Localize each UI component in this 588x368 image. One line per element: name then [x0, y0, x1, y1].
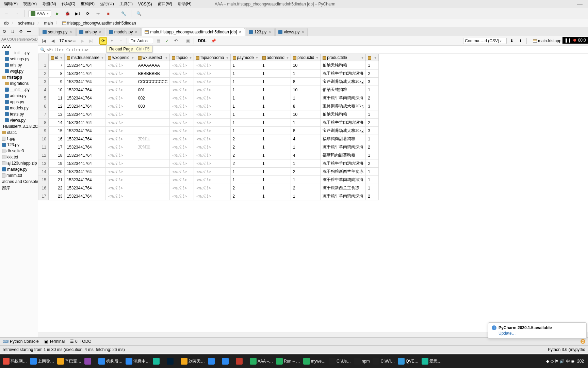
cell[interactable]: 冻干粮牛羊肉鸡肉深海 — [321, 70, 366, 78]
menu-run[interactable]: 运行(U) — [97, 0, 117, 7]
run-config-select[interactable]: AAA — [28, 10, 51, 17]
cell[interactable]: 支付宝 — [136, 135, 170, 143]
cell[interactable]: 14 — [49, 119, 65, 127]
cell[interactable]: 3 — [38, 78, 49, 86]
cell[interactable]: 1 — [291, 159, 320, 168]
tree-item[interactable]: wsgi.py — [0, 68, 38, 74]
cell[interactable]: 15323441764 — [65, 70, 106, 78]
menu-view[interactable]: 视图(V) — [20, 0, 39, 7]
table-row[interactable]: 172315323441764<null><null><null>211冻干粮牛… — [38, 192, 379, 200]
tree-item[interactable]: __init__.py — [0, 50, 38, 56]
cell[interactable] — [136, 168, 170, 176]
cell[interactable]: 1 — [230, 61, 260, 70]
cell[interactable]: 宝路训养场成犬粮20kg — [321, 102, 366, 110]
cell[interactable]: 1 — [230, 127, 260, 135]
todo-tab[interactable]: ☰ 6: TODO — [70, 339, 92, 344]
cell[interactable]: 16 — [38, 184, 49, 192]
sort-icon[interactable]: ▾ — [287, 55, 289, 60]
cell[interactable]: 15323441764 — [65, 143, 106, 151]
cell[interactable]: 7 — [38, 110, 49, 119]
cell[interactable]: 2 — [230, 151, 260, 159]
cell[interactable]: 支付宝 — [136, 143, 170, 151]
cell[interactable]: 11 — [49, 94, 65, 102]
debug-button[interactable]: 🐞 — [63, 10, 71, 18]
cell[interactable]: 15323441764 — [65, 78, 106, 86]
cell[interactable]: 6 — [38, 102, 49, 110]
cell[interactable]: 003 — [136, 102, 170, 110]
cell[interactable]: <null> — [170, 119, 194, 127]
cell[interactable]: 1 — [260, 192, 291, 200]
taskbar-item[interactable] — [165, 356, 179, 367]
cell[interactable]: <null> — [170, 192, 194, 200]
cell[interactable]: 15323441764 — [65, 86, 106, 94]
cell[interactable]: 15323441764 — [65, 192, 106, 200]
cell[interactable]: 15323441764 — [65, 94, 106, 102]
table-row[interactable]: 61215323441764<null>003<null><null>118宝路… — [38, 102, 379, 110]
cell[interactable]: <null> — [106, 143, 136, 151]
column-header[interactable]: ▾ — [366, 54, 379, 61]
cell[interactable]: 001 — [136, 86, 170, 94]
cell[interactable]: <null> — [194, 110, 230, 119]
cell[interactable]: <null> — [170, 184, 194, 192]
column-header[interactable]: paymode▾ — [230, 54, 260, 61]
cell[interactable]: 1 — [230, 94, 260, 102]
format-select[interactable]: Comma-…d (CSV) — [463, 38, 507, 44]
cell[interactable]: 1 — [230, 110, 260, 119]
cell[interactable]: <null> — [194, 159, 230, 168]
menu-refactor[interactable]: 重构(R) — [78, 0, 97, 7]
cell[interactable]: 冻干粮牛羊肉鸡肉深海 — [321, 159, 366, 168]
cell[interactable]: 1 — [260, 151, 291, 159]
attach-button[interactable]: ⇢ — [94, 10, 102, 18]
tree-item[interactable]: admin.py — [0, 93, 38, 99]
cell[interactable]: <null> — [170, 61, 194, 70]
cell[interactable]: 1 — [230, 86, 260, 94]
cell[interactable]: 2 — [366, 119, 379, 127]
tree-item[interactable]: 部库 — [0, 185, 38, 192]
sort-icon[interactable]: ▾ — [226, 55, 228, 60]
cell[interactable]: 1 — [260, 86, 291, 94]
settings-button[interactable]: ⚙ — [18, 28, 24, 34]
column-header[interactable]: msdnusername▾ — [65, 54, 106, 61]
taskbar-item[interactable]: AAA –… — [248, 356, 274, 367]
cell[interactable]: 冻干粮牛羊肉鸡肉深海 — [321, 176, 366, 184]
sort-icon[interactable]: ▾ — [316, 55, 318, 60]
taskbar-item[interactable]: 辛巴宠… — [56, 356, 83, 367]
nav-forward-button[interactable]: → — [13, 10, 21, 18]
pin-button[interactable]: 📌 — [210, 37, 217, 45]
column-header[interactable]: producttitle▾ — [321, 54, 366, 61]
table-row[interactable]: 91515323441764<null><null><null>118宝路训养场… — [38, 127, 379, 135]
cell[interactable]: 15323441764 — [65, 61, 106, 70]
cell[interactable]: 1 — [230, 119, 260, 127]
cell[interactable]: <null> — [170, 127, 194, 135]
cell[interactable]: 14 — [38, 168, 49, 176]
close-tab-button[interactable]: × — [238, 30, 242, 34]
cell[interactable]: 宝路训养场成犬粮20kg — [321, 127, 366, 135]
python-console-tab[interactable]: ⌨ Python Console — [3, 339, 39, 344]
recording-indicator[interactable]: ❚❚ 00:0 — [562, 37, 588, 44]
tree-item[interactable]: atches and Consoles — [0, 179, 38, 185]
table-row[interactable]: 1715323441764<null>AAAAAAAA<null><null>1… — [38, 61, 379, 70]
run-coverage-button[interactable]: ▶⤵ — [74, 10, 82, 18]
cell[interactable]: 1 — [291, 176, 320, 184]
cell[interactable]: <null> — [170, 70, 194, 78]
cell[interactable]: 8 — [38, 119, 49, 127]
cell[interactable]: 15 — [38, 176, 49, 184]
cell[interactable]: <null> — [106, 102, 136, 110]
tray-icons[interactable]: ◆ ◇ ⚑ 🔊 中 ◉ — [546, 358, 574, 364]
cell[interactable]: 16 — [49, 135, 65, 143]
table-row[interactable]: 152115323441764<null><null><null>111冻干粮牛… — [38, 176, 379, 184]
tree-item[interactable]: views.py — [0, 117, 38, 123]
cell[interactable]: 15323441764 — [65, 151, 106, 159]
cell[interactable]: <null> — [170, 94, 194, 102]
cell[interactable] — [136, 151, 170, 159]
cell[interactable]: <null> — [106, 159, 136, 168]
cell[interactable]: 19 — [49, 159, 65, 168]
cell[interactable]: 福摩鸭肉甜薯狗粮 — [321, 151, 366, 159]
cell[interactable]: <null> — [170, 176, 194, 184]
taskbar-item[interactable] — [234, 356, 248, 367]
column-header[interactable]: fapiao▾ — [170, 54, 194, 61]
terminal-tab[interactable]: ▣ Terminal — [44, 339, 65, 344]
cell[interactable]: 17 — [49, 143, 65, 151]
sort-icon[interactable]: ▾ — [132, 55, 134, 60]
tree-item[interactable]: apps.py — [0, 99, 38, 105]
